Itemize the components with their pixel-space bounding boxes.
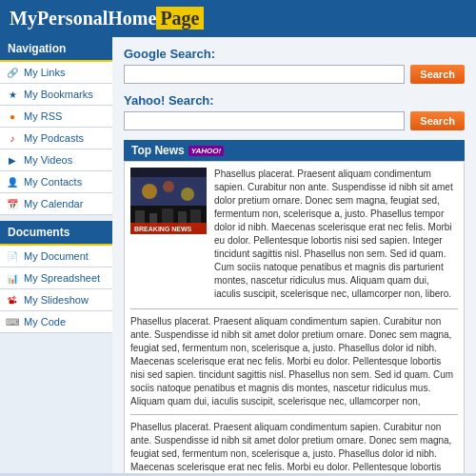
yahoo-search-label: Yahoo! Search: — [124, 93, 465, 108]
calendar-icon: 📅 — [6, 197, 19, 210]
yahoo-search-section: Yahoo! Search: Search — [124, 93, 465, 130]
yahoo-search-input[interactable] — [124, 111, 405, 130]
sidebar-item-videos-label: My Videos — [24, 154, 72, 166]
sidebar-item-code[interactable]: ⌨ My Code — [0, 311, 112, 333]
news-image: BREAKING NEWS — [130, 168, 207, 234]
sidebar-item-contacts[interactable]: 👤 My Contacts — [0, 171, 112, 193]
sidebar-item-calendar[interactable]: 📅 My Calendar — [0, 193, 112, 215]
sidebar-item-document-label: My Document — [24, 250, 89, 262]
news-header-label: Top News — [131, 144, 185, 157]
news-photo-svg: BREAKING NEWS — [130, 168, 207, 234]
rss-icon: ● — [6, 109, 19, 123]
news-paragraph-1: Phasellus placerat. Praesent aliquam con… — [130, 315, 458, 408]
news-image-inner: BREAKING NEWS — [130, 168, 207, 234]
podcasts-icon: ♪ — [6, 131, 19, 145]
news-article-text: Phasellus placerat. Praesent aliquam con… — [214, 168, 458, 301]
sidebar-item-rss[interactable]: ● My RSS — [0, 106, 112, 128]
site-title-highlight: Page — [156, 7, 203, 30]
svg-point-2 — [142, 184, 157, 199]
news-header: Top News YAHOO! — [124, 140, 465, 161]
yahoo-logo: YAHOO! — [188, 146, 224, 156]
news-divider-2 — [130, 414, 458, 415]
sidebar-item-document[interactable]: 📄 My Document — [0, 246, 112, 268]
sidebar-item-slideshow-label: My Slideshow — [24, 294, 89, 306]
google-search-button[interactable]: Search — [410, 65, 465, 84]
spreadsheet-icon: 📊 — [6, 271, 19, 285]
google-search-section: Google Search: Search — [124, 47, 465, 84]
main-content: Google Search: Search Yahoo! Search: Sea… — [112, 37, 476, 473]
sidebar-item-rss-label: My RSS — [24, 110, 62, 122]
svg-text:BREAKING NEWS: BREAKING NEWS — [134, 226, 192, 232]
link-icon: 🔗 — [6, 66, 19, 79]
header: MyPersonalHomePage — [0, 0, 476, 37]
sidebar-item-spreadsheet[interactable]: 📊 My Spreadsheet — [0, 268, 112, 289]
contacts-icon: 👤 — [6, 175, 19, 188]
sidebar-item-podcasts-label: My Podcasts — [24, 132, 84, 144]
code-icon: ⌨ — [6, 315, 19, 328]
sidebar-item-contacts-label: My Contacts — [24, 176, 82, 188]
slideshow-icon: 📽 — [6, 293, 19, 307]
sidebar-item-calendar-label: My Calendar — [24, 198, 83, 209]
videos-icon: ▶ — [6, 153, 19, 167]
sidebar-item-videos[interactable]: ▶ My Videos — [0, 149, 112, 171]
google-search-input[interactable] — [124, 65, 405, 84]
yahoo-search-button[interactable]: Search — [410, 111, 465, 130]
bookmarks-icon: ★ — [6, 88, 19, 101]
sidebar-item-links-label: My Links — [24, 67, 65, 78]
sidebar-item-links[interactable]: 🔗 My Links — [0, 62, 112, 84]
google-search-row: Search — [124, 65, 465, 84]
sidebar-item-bookmarks[interactable]: ★ My Bookmarks — [0, 84, 112, 106]
news-paragraph-2: Phasellus placerat. Praesent aliquam con… — [130, 421, 458, 473]
google-search-label: Google Search: — [124, 47, 465, 61]
site-title: MyPersonalHomePage — [10, 8, 204, 30]
sidebar-item-slideshow[interactable]: 📽 My Slideshow — [0, 289, 112, 311]
svg-point-3 — [163, 181, 174, 192]
document-icon: 📄 — [6, 249, 19, 263]
sidebar-item-podcasts[interactable]: ♪ My Podcasts — [0, 128, 112, 149]
sidebar-docs-header: Documents — [0, 221, 112, 246]
yahoo-search-row: Search — [124, 111, 465, 130]
news-content: BREAKING NEWS Phasellus placerat. Praese… — [124, 161, 465, 473]
sidebar-item-bookmarks-label: My Bookmarks — [24, 89, 93, 100]
top-news-section: Top News YAHOO! — [124, 140, 465, 473]
sidebar-nav-header: Navigation — [0, 37, 112, 62]
sidebar-item-spreadsheet-label: My Spreadsheet — [24, 272, 100, 284]
svg-point-4 — [181, 188, 194, 201]
layout: Navigation 🔗 My Links ★ My Bookmarks ● M… — [0, 37, 476, 473]
sidebar-item-code-label: My Code — [24, 316, 66, 327]
site-title-part1: MyPersonalHome — [10, 8, 156, 29]
sidebar: Navigation 🔗 My Links ★ My Bookmarks ● M… — [0, 37, 112, 473]
news-item-featured: BREAKING NEWS Phasellus placerat. Praese… — [130, 168, 458, 301]
news-divider-1 — [130, 308, 458, 309]
